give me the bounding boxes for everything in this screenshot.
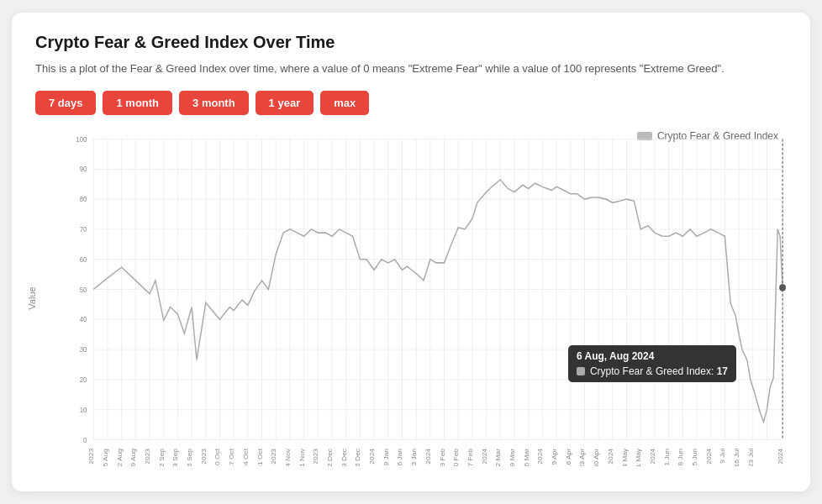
svg-text:12 Sep: 12 Sep <box>158 448 166 466</box>
svg-text:19 Mar: 19 Mar <box>508 448 516 465</box>
svg-text:21 May: 21 May <box>635 447 642 465</box>
svg-text:2 Jan 2024: 2 Jan 2024 <box>368 448 376 466</box>
svg-text:30 Apr: 30 Apr <box>593 448 600 465</box>
svg-text:26 Mar: 26 Mar <box>523 448 530 465</box>
svg-text:5 Mar 2024: 5 Mar 2024 <box>481 448 488 466</box>
chart-area: Value Crypto Fear & Greed Index .grid-li… <box>35 130 787 466</box>
btn-1month[interactable]: 1 month <box>103 91 172 115</box>
svg-text:5 Sep 2023: 5 Sep 2023 <box>144 448 151 466</box>
svg-text:22 Aug: 22 Aug <box>116 448 124 465</box>
svg-text:23 Jan: 23 Jan <box>410 448 418 465</box>
svg-text:15 Aug: 15 Aug <box>102 448 109 465</box>
svg-text:12 Mar: 12 Mar <box>495 448 503 465</box>
svg-text:10: 10 <box>80 406 87 413</box>
svg-text:16 Apr: 16 Apr <box>565 448 572 465</box>
svg-text:80: 80 <box>80 196 87 203</box>
svg-text:23 Apr: 23 Apr <box>579 448 587 465</box>
svg-text:19 Dec: 19 Dec <box>340 448 348 465</box>
svg-text:2 Apr 2024: 2 Apr 2024 <box>537 448 545 466</box>
svg-text:29 Aug: 29 Aug <box>130 448 138 465</box>
svg-text:16 Jul: 16 Jul <box>733 448 740 465</box>
btn-3month[interactable]: 3 month <box>179 91 249 115</box>
btn-7days[interactable]: 7 days <box>35 91 96 115</box>
svg-text:9 Jan: 9 Jan <box>382 448 390 465</box>
svg-text:31 Oct: 31 Oct <box>256 448 264 466</box>
svg-text:11 Jun: 11 Jun <box>663 448 671 465</box>
svg-text:7 May 2024: 7 May 2024 <box>607 448 614 466</box>
svg-point-122 <box>779 284 786 291</box>
svg-text:18 Jun: 18 Jun <box>677 448 685 465</box>
chart-container: Value Crypto Fear & Greed Index .grid-li… <box>35 130 787 466</box>
svg-text:24 Oct: 24 Oct <box>242 448 250 466</box>
svg-text:26 Sep: 26 Sep <box>186 448 193 466</box>
svg-text:16 Jan: 16 Jan <box>397 448 404 465</box>
svg-text:19 Sep: 19 Sep <box>172 448 180 466</box>
svg-text:9 Apr: 9 Apr <box>551 448 558 465</box>
svg-text:60: 60 <box>80 255 87 263</box>
main-card: Crypto Fear & Greed Index Over Time This… <box>12 13 810 491</box>
chart-svg: .grid-line { stroke: #e0e0e0; stroke-wid… <box>61 130 787 466</box>
y-axis-label: Value <box>27 286 37 309</box>
svg-text:21 Nov: 21 Nov <box>298 447 306 465</box>
svg-text:27 Feb: 27 Feb <box>466 448 474 466</box>
svg-text:100: 100 <box>76 135 87 143</box>
svg-text:25 Jun: 25 Jun <box>691 448 698 465</box>
svg-text:17 Oct: 17 Oct <box>228 448 235 466</box>
svg-text:90: 90 <box>80 165 87 173</box>
page-title: Crypto Fear & Greed Index Over Time <box>35 33 787 52</box>
svg-text:4 Jun 2024: 4 Jun 2024 <box>649 448 656 466</box>
svg-text:3 Oct 2023: 3 Oct 2023 <box>200 448 208 466</box>
svg-text:30: 30 <box>80 345 87 353</box>
svg-text:12 Dec: 12 Dec <box>326 448 334 465</box>
svg-text:10 Oct: 10 Oct <box>214 448 222 466</box>
svg-text:0: 0 <box>83 436 87 444</box>
svg-text:14 Nov: 14 Nov <box>284 447 292 465</box>
svg-text:50: 50 <box>80 286 87 293</box>
svg-text:14 May: 14 May <box>621 447 629 465</box>
svg-text:23 Jul: 23 Jul <box>747 448 755 465</box>
svg-text:2 Jul 2024: 2 Jul 2024 <box>705 448 713 466</box>
svg-text:40: 40 <box>80 316 87 323</box>
svg-text:26 Dec: 26 Dec <box>355 448 362 465</box>
svg-text:13 Feb: 13 Feb <box>439 448 446 466</box>
svg-text:9 Jul: 9 Jul <box>719 448 727 463</box>
svg-text:6 Feb 2024: 6 Feb 2024 <box>424 448 432 466</box>
svg-text:20: 20 <box>80 375 87 383</box>
btn-max[interactable]: max <box>320 91 369 115</box>
svg-text:6 Aug 2024: 6 Aug 2024 <box>777 448 784 466</box>
svg-text:8 Aug 2023: 8 Aug 2023 <box>88 448 96 466</box>
time-range-buttons: 7 days 1 month 3 month 1 year max <box>35 91 787 115</box>
svg-text:20 Feb: 20 Feb <box>452 448 460 466</box>
btn-1year[interactable]: 1 year <box>256 91 314 115</box>
page-subtitle: This is a plot of the Fear & Greed Index… <box>35 60 787 77</box>
svg-text:5 Dec 2023: 5 Dec 2023 <box>313 448 320 466</box>
svg-text:7 Nov 2023: 7 Nov 2023 <box>271 448 278 466</box>
svg-text:70: 70 <box>80 225 87 233</box>
